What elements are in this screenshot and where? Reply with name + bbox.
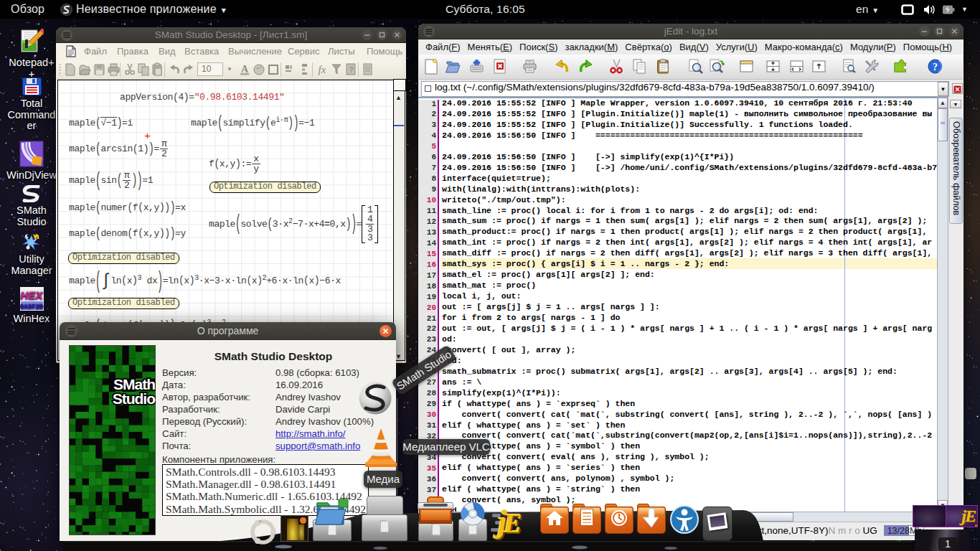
svg-text:?: ?: [933, 62, 938, 72]
svg-text:A: A: [241, 64, 249, 75]
svg-text:fx: fx: [319, 64, 326, 75]
svg-text:Studio: Studio: [113, 390, 155, 407]
svg-text:HEX: HEX: [20, 289, 43, 301]
svg-text:6A3F2D: 6A3F2D: [20, 303, 44, 311]
svg-text:?: ?: [349, 65, 354, 74]
